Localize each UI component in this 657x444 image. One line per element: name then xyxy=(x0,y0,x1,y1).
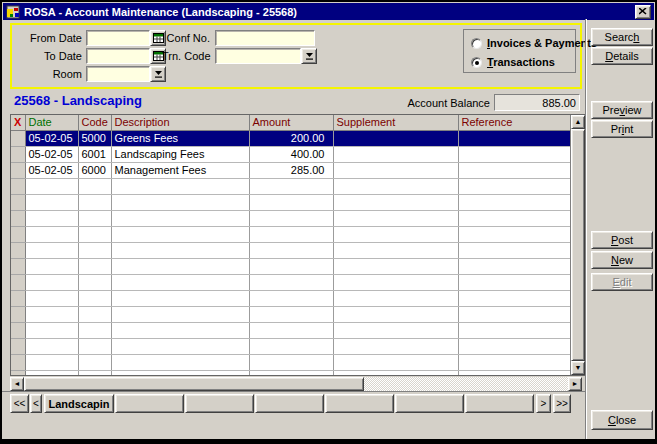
cell-code[interactable] xyxy=(78,354,111,370)
tab-empty[interactable] xyxy=(395,394,464,413)
cell-supplement[interactable] xyxy=(333,226,458,242)
cell-amount[interactable] xyxy=(249,322,333,338)
vertical-scrollbar[interactable]: ▲ ▼ xyxy=(570,115,585,375)
cell-amount[interactable] xyxy=(249,226,333,242)
tab-first-button[interactable]: << xyxy=(10,394,29,413)
cell-amount[interactable] xyxy=(249,194,333,210)
cell-code[interactable] xyxy=(78,338,111,354)
cell-date[interactable] xyxy=(25,306,78,322)
cell-amount[interactable] xyxy=(249,258,333,274)
cell-x[interactable] xyxy=(11,322,25,338)
cell-amount[interactable] xyxy=(249,210,333,226)
cell-amount[interactable]: 285.00 xyxy=(249,162,333,178)
close-button[interactable]: Close xyxy=(591,410,653,430)
column-header-supplement[interactable]: Supplement xyxy=(333,115,458,130)
table-row[interactable]: 05-02-056000Management Fees285.00 xyxy=(11,162,572,178)
cell-code[interactable] xyxy=(78,210,111,226)
cell-code[interactable]: 6000 xyxy=(78,162,111,178)
cell-reference[interactable] xyxy=(458,178,572,194)
cell-amount[interactable]: 200.00 xyxy=(249,130,333,146)
cell-reference[interactable] xyxy=(458,146,572,162)
cell-description[interactable] xyxy=(111,338,249,354)
scroll-right-icon[interactable]: ► xyxy=(568,377,582,391)
cell-date[interactable] xyxy=(25,226,78,242)
cell-description[interactable] xyxy=(111,306,249,322)
column-header-x[interactable]: X xyxy=(11,115,25,130)
radio-transactions[interactable] xyxy=(471,57,482,68)
cell-amount[interactable] xyxy=(249,306,333,322)
cell-supplement[interactable] xyxy=(333,162,458,178)
cell-description[interactable] xyxy=(111,178,249,194)
cell-description[interactable]: Management Fees xyxy=(111,162,249,178)
tab-prev-button[interactable]: < xyxy=(30,394,42,413)
cell-supplement[interactable] xyxy=(333,274,458,290)
cell-description[interactable] xyxy=(111,194,249,210)
cell-amount[interactable] xyxy=(249,370,333,376)
cell-description[interactable] xyxy=(111,274,249,290)
cell-supplement[interactable] xyxy=(333,290,458,306)
tab-next-button[interactable]: > xyxy=(536,394,551,413)
cell-x[interactable] xyxy=(11,194,25,210)
preview-button[interactable]: Preview xyxy=(591,101,653,119)
cell-supplement[interactable] xyxy=(333,178,458,194)
cell-supplement[interactable] xyxy=(333,322,458,338)
to-date-input[interactable] xyxy=(86,48,150,64)
column-header-code[interactable]: Code xyxy=(78,115,111,130)
cell-amount[interactable]: 400.00 xyxy=(249,146,333,162)
vertical-scroll-thumb[interactable] xyxy=(571,129,585,361)
table-row[interactable] xyxy=(11,226,572,242)
trn-code-dropdown-button[interactable] xyxy=(301,48,317,64)
cell-description[interactable] xyxy=(111,210,249,226)
cell-x[interactable] xyxy=(11,338,25,354)
cell-description[interactable]: Greens Fees xyxy=(111,130,249,146)
cell-code[interactable]: 6001 xyxy=(78,146,111,162)
cell-reference[interactable] xyxy=(458,306,572,322)
cell-date[interactable] xyxy=(25,322,78,338)
print-button[interactable]: Print xyxy=(591,120,653,138)
cell-supplement[interactable] xyxy=(333,354,458,370)
horizontal-scrollbar[interactable]: ◄ ► xyxy=(10,377,582,391)
cell-x[interactable] xyxy=(11,290,25,306)
table-row[interactable] xyxy=(11,306,572,322)
cell-x[interactable] xyxy=(11,146,25,162)
tab-empty[interactable] xyxy=(325,394,394,413)
cell-supplement[interactable] xyxy=(333,258,458,274)
cell-description[interactable] xyxy=(111,370,249,376)
table-row[interactable] xyxy=(11,274,572,290)
cell-supplement[interactable] xyxy=(333,242,458,258)
cell-date[interactable] xyxy=(25,290,78,306)
table-row[interactable] xyxy=(11,242,572,258)
cell-reference[interactable] xyxy=(458,322,572,338)
search-button[interactable]: Search xyxy=(591,28,653,46)
cell-code[interactable] xyxy=(78,274,111,290)
table-row[interactable]: 05-02-055000Greens Fees200.00 xyxy=(11,130,572,146)
table-row[interactable] xyxy=(11,338,572,354)
cell-amount[interactable] xyxy=(249,338,333,354)
cell-amount[interactable] xyxy=(249,290,333,306)
cell-description[interactable] xyxy=(111,258,249,274)
cell-x[interactable] xyxy=(11,178,25,194)
cell-reference[interactable] xyxy=(458,194,572,210)
cell-code[interactable] xyxy=(78,306,111,322)
cell-amount[interactable] xyxy=(249,178,333,194)
details-button[interactable]: Details xyxy=(591,47,653,65)
cell-date[interactable] xyxy=(25,338,78,354)
cell-date[interactable]: 05-02-05 xyxy=(25,130,78,146)
room-input[interactable] xyxy=(86,66,150,82)
cell-x[interactable] xyxy=(11,242,25,258)
scroll-down-icon[interactable]: ▼ xyxy=(571,361,585,375)
cell-reference[interactable] xyxy=(458,338,572,354)
cell-x[interactable] xyxy=(11,226,25,242)
cell-code[interactable] xyxy=(78,370,111,376)
tab-empty[interactable] xyxy=(185,394,254,413)
cell-date[interactable] xyxy=(25,210,78,226)
cell-reference[interactable] xyxy=(458,370,572,376)
radio-invoices-payments[interactable] xyxy=(471,38,482,49)
table-row[interactable] xyxy=(11,210,572,226)
cell-description[interactable]: Landscaping Fees xyxy=(111,146,249,162)
column-header-date[interactable]: Date xyxy=(25,115,78,130)
trn-code-input[interactable] xyxy=(215,48,301,64)
from-date-input[interactable] xyxy=(86,30,150,46)
cell-x[interactable] xyxy=(11,210,25,226)
cell-code[interactable] xyxy=(78,258,111,274)
